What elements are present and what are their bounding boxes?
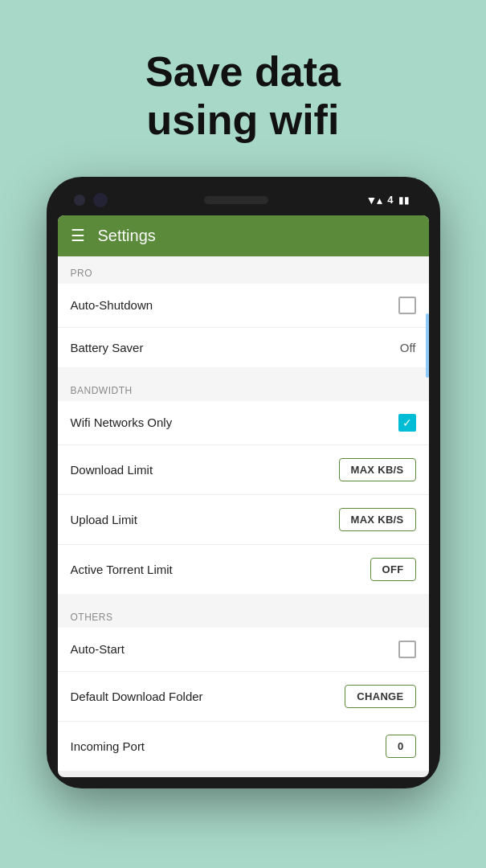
active-torrent-button[interactable]: OFF [370, 558, 416, 581]
app-toolbar: ☰ Settings [58, 215, 429, 256]
list-item: Battery Saver Off [58, 328, 429, 367]
hero-line1: Save data [145, 48, 341, 95]
battery-icon: ▮▮ [398, 194, 410, 206]
settings-content: PRO Auto-Shutdown Battery Saver Off BAND… [58, 256, 429, 771]
camera-dot-main [93, 193, 108, 207]
others-group: Auto-Start Default Download Folder CHANG… [58, 628, 429, 771]
hamburger-icon[interactable]: ☰ [71, 227, 85, 244]
section-header-others: OTHERS [58, 600, 429, 628]
list-item: Default Download Folder CHANGE [58, 672, 429, 722]
signal-icon: 4 [387, 194, 393, 206]
hero-line2: using wifi [147, 96, 340, 143]
upload-limit-button[interactable]: MAX KB/S [339, 508, 416, 531]
list-item: Download Limit MAX KB/S [58, 445, 429, 495]
scrollbar [426, 313, 429, 378]
wifi-icon: ▼▴ [366, 194, 382, 207]
change-folder-button[interactable]: CHANGE [345, 685, 415, 708]
camera-dot-small [74, 194, 85, 206]
auto-start-label: Auto-Start [71, 642, 125, 656]
battery-saver-label: Battery Saver [71, 341, 144, 354]
download-limit-label: Download Limit [71, 463, 153, 477]
wifi-networks-label: Wifi Networks Only [71, 416, 173, 429]
list-item: Auto-Shutdown [58, 284, 429, 328]
status-bar: ▼▴ 4 ▮▮ [366, 194, 412, 207]
wifi-networks-checkbox[interactable]: ✓ [398, 414, 416, 432]
list-item: Wifi Networks Only ✓ [58, 401, 429, 445]
auto-shutdown-label: Auto-Shutdown [71, 298, 153, 312]
bandwidth-group: Wifi Networks Only ✓ Download Limit MAX … [58, 401, 429, 594]
auto-shutdown-checkbox[interactable] [398, 297, 416, 314]
phone-frame: ▼▴ 4 ▮▮ ☰ Settings PRO Auto-Shutdown Bat… [47, 177, 440, 788]
camera-area [74, 193, 108, 207]
list-item: Auto-Start [58, 628, 429, 672]
phone-top: ▼▴ 4 ▮▮ [58, 188, 429, 215]
pro-group: Auto-Shutdown Battery Saver Off [58, 284, 429, 367]
phone-screen: ☰ Settings PRO Auto-Shutdown Battery Sav… [58, 215, 429, 777]
auto-start-checkbox[interactable] [398, 641, 416, 658]
toolbar-title: Settings [98, 227, 156, 245]
incoming-port-label: Incoming Port [71, 739, 145, 753]
speaker-bar [204, 196, 268, 204]
upload-limit-label: Upload Limit [71, 513, 137, 526]
hero-section: Save data using wifi [113, 0, 373, 177]
active-torrent-label: Active Torrent Limit [71, 563, 173, 576]
section-header-bandwidth: BANDWIDTH [58, 374, 429, 401]
default-download-label: Default Download Folder [71, 690, 203, 703]
incoming-port-button[interactable]: 0 [386, 735, 416, 758]
list-item: Active Torrent Limit OFF [58, 545, 429, 594]
download-limit-button[interactable]: MAX KB/S [339, 458, 416, 481]
battery-saver-value: Off [400, 341, 416, 354]
list-item: Incoming Port 0 [58, 722, 429, 771]
list-item: Upload Limit MAX KB/S [58, 495, 429, 545]
section-header-pro: PRO [58, 256, 429, 284]
